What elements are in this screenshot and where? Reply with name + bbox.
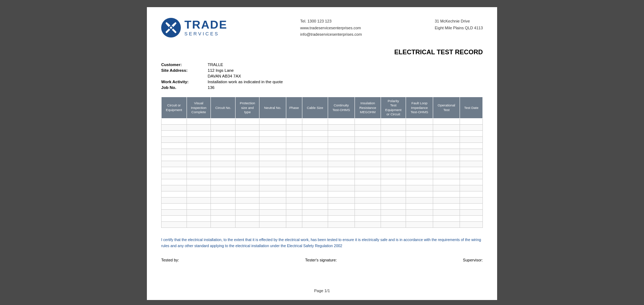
table-cell bbox=[187, 137, 211, 143]
table-cell bbox=[286, 137, 302, 143]
document-page: TRADE SERVICES Tel. 1300 123 123 www.tra… bbox=[147, 7, 497, 300]
table-cell bbox=[433, 125, 460, 131]
table-cell bbox=[162, 131, 187, 137]
table-cell bbox=[259, 216, 286, 222]
table-row bbox=[162, 173, 483, 179]
table-cell bbox=[302, 191, 328, 198]
table-cell bbox=[381, 173, 406, 179]
table-cell bbox=[460, 210, 483, 216]
table-cell bbox=[286, 155, 302, 161]
table-cell bbox=[406, 131, 433, 137]
table-cell bbox=[187, 198, 211, 204]
table-cell bbox=[460, 137, 483, 143]
table-cell bbox=[433, 155, 460, 161]
table-cell bbox=[381, 198, 406, 204]
table-cell bbox=[381, 149, 406, 155]
table-cell bbox=[259, 210, 286, 216]
table-cell bbox=[406, 161, 433, 167]
table-cell bbox=[187, 149, 211, 155]
table-cell bbox=[355, 191, 381, 198]
table-cell bbox=[259, 125, 286, 131]
table-cell bbox=[211, 149, 236, 155]
customer-name-label: Customer: bbox=[161, 62, 208, 67]
table-cell bbox=[187, 143, 211, 149]
table-cell bbox=[259, 119, 286, 125]
table-cell bbox=[302, 161, 328, 167]
table-cell bbox=[433, 179, 460, 185]
table-cell bbox=[355, 210, 381, 216]
table-cell bbox=[355, 143, 381, 149]
table-cell bbox=[460, 149, 483, 155]
table-row bbox=[162, 210, 483, 216]
table-cell bbox=[162, 137, 187, 143]
table-cell bbox=[187, 167, 211, 173]
customer-name-value: TRALLE bbox=[208, 62, 223, 67]
table-cell bbox=[187, 155, 211, 161]
table-cell bbox=[211, 137, 236, 143]
table-cell bbox=[259, 173, 286, 179]
table-cell bbox=[406, 125, 433, 131]
table-cell bbox=[433, 204, 460, 210]
table-cell bbox=[381, 216, 406, 222]
table-cell bbox=[460, 173, 483, 179]
table-cell bbox=[162, 198, 187, 204]
table-cell bbox=[302, 137, 328, 143]
table-cell bbox=[381, 179, 406, 185]
table-cell bbox=[328, 204, 355, 210]
table-cell bbox=[460, 143, 483, 149]
table-cell bbox=[236, 137, 259, 143]
col-polarity: PolarityTestEquipmentor Circuit bbox=[381, 97, 406, 119]
table-cell bbox=[162, 185, 187, 191]
table-cell bbox=[302, 204, 328, 210]
table-row bbox=[162, 137, 483, 143]
table-cell bbox=[286, 119, 302, 125]
table-cell bbox=[328, 137, 355, 143]
table-cell bbox=[236, 119, 259, 125]
table-cell bbox=[259, 179, 286, 185]
table-cell bbox=[302, 185, 328, 191]
table-cell bbox=[406, 137, 433, 143]
table-cell bbox=[259, 198, 286, 204]
table-cell bbox=[162, 161, 187, 167]
table-cell bbox=[259, 161, 286, 167]
table-cell bbox=[211, 210, 236, 216]
table-cell bbox=[286, 204, 302, 210]
table-cell bbox=[211, 119, 236, 125]
document-title: ELECTRICAL TEST RECORD bbox=[161, 49, 483, 56]
table-cell bbox=[302, 125, 328, 131]
logo-trade-label: TRADE bbox=[184, 19, 227, 30]
table-cell bbox=[211, 191, 236, 198]
table-cell bbox=[236, 125, 259, 131]
table-cell bbox=[355, 204, 381, 210]
supervisor: Supervisor: bbox=[463, 258, 483, 262]
job-no-row: Job No. 136 bbox=[161, 85, 483, 90]
table-cell bbox=[162, 155, 187, 161]
col-circuit-equipment: Circuit orEquipment bbox=[162, 97, 187, 119]
table-cell bbox=[460, 131, 483, 137]
address-line1: 31 McKechnie Drive bbox=[435, 18, 483, 25]
table-cell bbox=[433, 137, 460, 143]
table-cell bbox=[236, 173, 259, 179]
logo-area: TRADE SERVICES bbox=[161, 18, 227, 38]
address-line2: Eight Mile Plains QLD 4113 bbox=[435, 25, 483, 31]
table-cell bbox=[236, 143, 259, 149]
table-cell bbox=[187, 179, 211, 185]
table-row bbox=[162, 143, 483, 149]
tested-by: Tested by: bbox=[161, 258, 179, 262]
table-cell bbox=[355, 137, 381, 143]
site-address-line2-row: DAVAN AB34 7AX bbox=[161, 74, 483, 78]
table-cell bbox=[355, 131, 381, 137]
table-cell bbox=[286, 173, 302, 179]
website: www.tradeservicesenterprises.com bbox=[300, 25, 362, 31]
table-cell bbox=[187, 216, 211, 222]
table-cell bbox=[286, 216, 302, 222]
site-address-row: Site Address: 112 Ings Lane bbox=[161, 68, 483, 72]
table-cell bbox=[302, 131, 328, 137]
site-address-line1: 112 Ings Lane bbox=[208, 68, 234, 72]
table-cell bbox=[211, 161, 236, 167]
contact-info: Tel. 1300 123 123 www.tradeservicesenter… bbox=[300, 18, 362, 38]
table-cell bbox=[460, 191, 483, 198]
work-activity-row: Work Activity: Installation work as indi… bbox=[161, 80, 483, 84]
table-cell bbox=[406, 191, 433, 198]
table-cell bbox=[406, 119, 433, 125]
